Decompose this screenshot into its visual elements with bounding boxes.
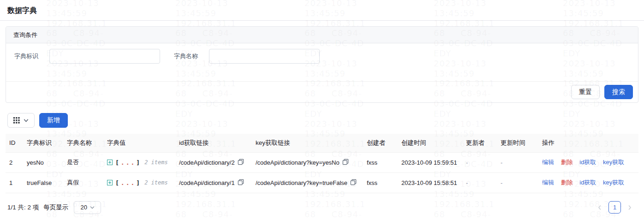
json-expand-icon[interactable]: [107, 160, 113, 165]
col-header-key-link: key获取链接: [252, 134, 363, 152]
prev-page-button[interactable]: [596, 204, 603, 211]
col-header-dict-name: 字典名称: [63, 134, 103, 152]
col-header-updater: 更新者: [462, 134, 497, 152]
query-panel-header: 查询条件: [6, 27, 638, 43]
col-header-dict-value: 字典值: [103, 134, 175, 152]
dict-key-input[interactable]: [49, 49, 160, 64]
json-collapsed-dots[interactable]: ...: [121, 179, 136, 186]
col-header-id: ID: [6, 134, 23, 152]
action-edit-link[interactable]: 编辑: [542, 179, 554, 186]
id-link-text: /codeApi/dictionary/2: [179, 159, 235, 166]
page-number-1[interactable]: 1: [608, 201, 621, 214]
cell-dict-name: 是否: [63, 152, 103, 172]
action-id-get-link[interactable]: id获取: [579, 179, 596, 186]
key-link-text: /codeApi/dictionary?key=trueFalse: [256, 179, 347, 186]
json-bracket-close: ]: [136, 159, 140, 166]
json-bracket-open: [: [115, 159, 119, 166]
dict-name-input[interactable]: [209, 49, 320, 64]
json-items-count: 2 items: [144, 179, 168, 186]
col-header-dict-key: 字典标识: [23, 134, 63, 152]
page-info: 1/1 共: 2 项: [7, 203, 39, 212]
field-dict-key: 字典标识: [9, 49, 160, 64]
key-link-text: /codeApi/dictionary?key=yesNo: [256, 159, 340, 166]
chevron-down-icon: [90, 205, 95, 210]
col-header-created-time: 创建时间: [398, 134, 462, 152]
cell-dict-value: [ ... ] 2 items: [103, 152, 175, 172]
cell-dict-value: [ ... ] 2 items: [103, 172, 175, 193]
per-page-label: 每页显示: [43, 203, 68, 212]
cell-created-time: 2023-10-09 15:59:51: [398, 152, 462, 172]
search-button[interactable]: 搜索: [604, 85, 633, 99]
dict-name-label: 字典名称: [174, 52, 198, 60]
table-toolbar: 新增: [7, 113, 637, 128]
cell-id: 1: [6, 172, 23, 193]
query-panel: 查询条件 字典标识 字典名称 重置 搜索: [6, 26, 638, 103]
page-header: 数据字典: [0, 0, 644, 21]
cell-id: 2: [6, 152, 23, 172]
col-header-actions: 操作: [538, 134, 638, 152]
action-key-get-link[interactable]: key获取: [603, 159, 624, 166]
cell-actions: 编辑 删除 id获取 key获取: [538, 152, 638, 172]
copy-icon[interactable]: [342, 159, 349, 166]
col-header-creator: 创建者: [363, 134, 398, 152]
grid-icon: [13, 117, 20, 124]
data-dictionary-page: 2023-10-1313:45:59192.168.31.168 C8-94-0…: [0, 0, 644, 220]
id-link-text: /codeApi/dictionary/1: [179, 179, 235, 186]
add-button[interactable]: 新增: [39, 113, 68, 128]
cell-dict-key: trueFalse: [23, 172, 63, 193]
table-row: 2 yesNo 是否 [ ... ] 2 items: [6, 152, 638, 172]
table-row: 1 trueFalse 真假 [ ... ] 2 items: [6, 172, 638, 193]
cell-updated-time: -: [497, 152, 538, 172]
columns-settings-dropdown[interactable]: [7, 113, 35, 128]
dictionary-table: ID 字典标识 字典名称 字典值 id获取链接 key获取链接 创建者 创建时间…: [6, 134, 638, 193]
json-collapsed-dots[interactable]: ...: [121, 159, 136, 166]
cell-creator: fxss: [363, 172, 398, 193]
json-items-count: 2 items: [144, 159, 168, 166]
cell-key-link: /codeApi/dictionary?key=trueFalse: [252, 172, 363, 193]
cell-updater: -: [462, 152, 497, 172]
page-title: 数据字典: [7, 6, 37, 14]
reset-button[interactable]: 重置: [571, 85, 600, 99]
query-panel-title: 查询条件: [13, 31, 37, 38]
action-id-get-link[interactable]: id获取: [579, 159, 596, 166]
field-dict-name: 字典名称: [168, 49, 320, 64]
action-key-get-link[interactable]: key获取: [603, 179, 624, 186]
copy-icon[interactable]: [238, 179, 244, 187]
cell-creator: fxss: [363, 152, 398, 172]
action-edit-link[interactable]: 编辑: [542, 159, 554, 166]
json-expand-icon[interactable]: [107, 180, 113, 185]
cell-id-link: /codeApi/dictionary/2: [175, 152, 252, 172]
cell-updater: -: [462, 172, 497, 193]
chevron-down-icon: [24, 118, 29, 123]
table-header-row: ID 字典标识 字典名称 字典值 id获取链接 key获取链接 创建者 创建时间…: [6, 134, 638, 152]
pagination: 1: [596, 201, 633, 214]
dict-key-label: 字典标识: [14, 52, 38, 60]
table-footer: 1/1 共: 2 项 每页显示 20 1: [7, 196, 637, 219]
cell-dict-key: yesNo: [23, 152, 63, 172]
col-header-updated-time: 更新时间: [497, 134, 538, 152]
query-form: 字典标识 字典名称: [6, 43, 638, 81]
next-page-button[interactable]: [626, 204, 633, 211]
json-bracket-open: [: [115, 179, 119, 186]
cell-actions: 编辑 删除 id获取 key获取: [538, 172, 638, 193]
copy-icon[interactable]: [350, 179, 357, 187]
copy-icon[interactable]: [238, 159, 244, 166]
cell-updated-time: -: [497, 172, 538, 193]
json-bracket-close: ]: [136, 179, 140, 186]
col-header-id-link: id获取链接: [175, 134, 252, 152]
query-panel-footer: 重置 搜索: [6, 81, 638, 102]
action-delete-link[interactable]: 删除: [561, 179, 573, 186]
page-size-value: 20: [81, 204, 87, 211]
cell-key-link: /codeApi/dictionary?key=yesNo: [252, 152, 363, 172]
action-delete-link[interactable]: 删除: [561, 159, 573, 166]
cell-created-time: 2023-10-09 15:58:51: [398, 172, 462, 193]
page-size-select[interactable]: 20: [74, 201, 101, 214]
cell-dict-name: 真假: [63, 172, 103, 193]
cell-id-link: /codeApi/dictionary/1: [175, 172, 252, 193]
